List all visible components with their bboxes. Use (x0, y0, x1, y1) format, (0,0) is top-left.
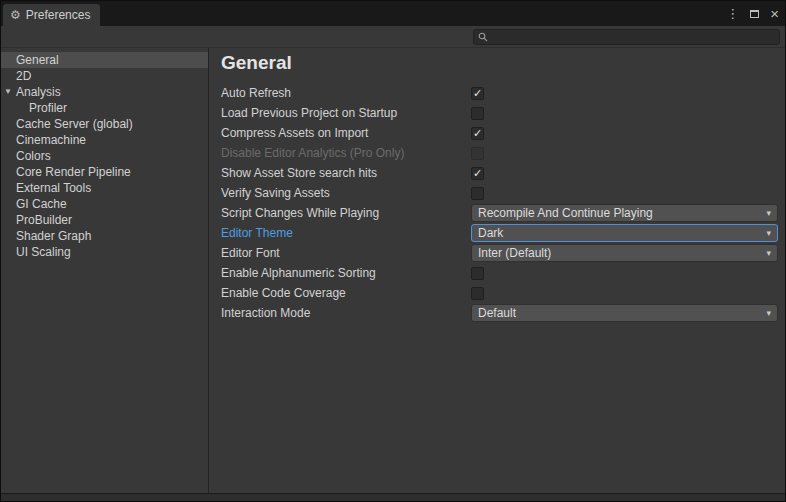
pref-row-verify-saving-assets: Verify Saving Assets (221, 183, 778, 203)
checkmark-icon: ✓ (473, 88, 482, 99)
sidebar-item-cinemachine[interactable]: Cinemachine (1, 132, 208, 148)
sidebar-item-label: ProBuilder (16, 213, 72, 227)
dropdown-arrow-icon: ▾ (766, 248, 771, 258)
search-input[interactable] (491, 31, 775, 43)
checkbox-show-asset-store-search-hits[interactable]: ✓ (471, 167, 484, 180)
sidebar-item-label: Analysis (16, 85, 61, 99)
pref-control: ✓ (471, 167, 778, 180)
pref-control: Inter (Default)▾ (471, 244, 778, 262)
search-field[interactable] (473, 29, 780, 45)
pref-row-auto-refresh: Auto Refresh✓ (221, 83, 778, 103)
sidebar-item-general[interactable]: General (1, 52, 208, 68)
pref-label: Show Asset Store search hits (221, 166, 471, 180)
checkbox-disable-editor-analytics-pro-only (471, 147, 484, 160)
sidebar-item-cache-server-global[interactable]: Cache Server (global) (1, 116, 208, 132)
pref-control: ✓ (471, 127, 778, 140)
pref-row-interaction-mode: Interaction ModeDefault▾ (221, 303, 778, 323)
window-body: General2D▼AnalysisProfilerCache Server (… (1, 48, 785, 493)
dropdown-editor-theme[interactable]: Dark▾ (471, 224, 778, 242)
pref-label: Enable Alphanumeric Sorting (221, 266, 471, 280)
maximize-glyph (750, 10, 759, 18)
pref-row-editor-theme: Editor ThemeDark▾ (221, 223, 778, 243)
checkbox-enable-code-coverage[interactable] (471, 287, 484, 300)
pref-label: Load Previous Project on Startup (221, 106, 471, 120)
pref-row-enable-code-coverage: Enable Code Coverage (221, 283, 778, 303)
sidebar-item-label: Cinemachine (16, 133, 86, 147)
pref-label: Auto Refresh (221, 86, 471, 100)
sidebar-item-label: Shader Graph (16, 229, 91, 243)
sidebar: General2D▼AnalysisProfilerCache Server (… (1, 48, 209, 493)
search-icon (478, 32, 488, 42)
dropdown-arrow-icon: ▾ (766, 308, 771, 318)
kebab-menu-icon[interactable]: ⋮ (726, 7, 739, 20)
dropdown-script-changes-while-playing[interactable]: Recompile And Continue Playing▾ (471, 204, 778, 222)
sidebar-item-label: Profiler (29, 101, 67, 115)
pref-row-enable-alphanumeric-sorting: Enable Alphanumeric Sorting (221, 263, 778, 283)
sidebar-item-label: GI Cache (16, 197, 67, 211)
dropdown-interaction-mode[interactable]: Default▾ (471, 304, 778, 322)
sidebar-item-label: Colors (16, 149, 51, 163)
pref-row-compress-assets-on-import: Compress Assets on Import✓ (221, 123, 778, 143)
pref-control: Default▾ (471, 304, 778, 322)
foldout-arrow-icon[interactable]: ▼ (4, 84, 12, 100)
sidebar-item-gi-cache[interactable]: GI Cache (1, 196, 208, 212)
pref-row-disable-editor-analytics-pro-only: Disable Editor Analytics (Pro Only) (221, 143, 778, 163)
checkbox-load-previous-project-on-startup[interactable] (471, 107, 484, 120)
pref-control (471, 287, 778, 300)
sidebar-item-2d[interactable]: 2D (1, 68, 208, 84)
titlebar: ⚙ Preferences ⋮ × (1, 1, 785, 26)
sidebar-item-ui-scaling[interactable]: UI Scaling (1, 244, 208, 260)
sidebar-item-core-render-pipeline[interactable]: Core Render Pipeline (1, 164, 208, 180)
dropdown-editor-font[interactable]: Inter (Default)▾ (471, 244, 778, 262)
close-icon[interactable]: × (770, 7, 779, 20)
sidebar-item-external-tools[interactable]: External Tools (1, 180, 208, 196)
pref-label: Editor Font (221, 246, 471, 260)
checkbox-compress-assets-on-import[interactable]: ✓ (471, 127, 484, 140)
page-title: General (221, 52, 778, 74)
pref-label: Compress Assets on Import (221, 126, 471, 140)
sidebar-item-label: Core Render Pipeline (16, 165, 131, 179)
pref-row-editor-font: Editor FontInter (Default)▾ (221, 243, 778, 263)
pref-control: Recompile And Continue Playing▾ (471, 204, 778, 222)
sidebar-item-colors[interactable]: Colors (1, 148, 208, 164)
dropdown-value: Default (478, 306, 516, 320)
checkbox-enable-alphanumeric-sorting[interactable] (471, 267, 484, 280)
preferences-window: ⚙ Preferences ⋮ × General2D▼AnalysisProf… (0, 0, 786, 502)
dropdown-value: Inter (Default) (478, 246, 551, 260)
preferences-tab[interactable]: ⚙ Preferences (3, 4, 100, 26)
maximize-icon[interactable] (750, 7, 759, 20)
pref-label: Enable Code Coverage (221, 286, 471, 300)
dropdown-value: Dark (478, 226, 503, 240)
sidebar-item-label: 2D (16, 69, 31, 83)
toolbar (1, 26, 785, 48)
checkbox-auto-refresh[interactable]: ✓ (471, 87, 484, 100)
pref-label: Editor Theme (221, 226, 471, 240)
pref-control: ✓ (471, 87, 778, 100)
dropdown-value: Recompile And Continue Playing (478, 206, 653, 220)
pref-label: Interaction Mode (221, 306, 471, 320)
pref-control (471, 107, 778, 120)
sidebar-item-label: External Tools (16, 181, 91, 195)
sidebar-item-probuilder[interactable]: ProBuilder (1, 212, 208, 228)
checkmark-icon: ✓ (473, 168, 482, 179)
checkbox-verify-saving-assets[interactable] (471, 187, 484, 200)
pref-row-show-asset-store-search-hits: Show Asset Store search hits✓ (221, 163, 778, 183)
pref-label: Disable Editor Analytics (Pro Only) (221, 146, 471, 160)
sidebar-item-label: General (16, 53, 59, 67)
sidebar-item-profiler[interactable]: Profiler (1, 100, 208, 116)
pref-label: Script Changes While Playing (221, 206, 471, 220)
sidebar-item-shader-graph[interactable]: Shader Graph (1, 228, 208, 244)
window-bottom-edge (1, 493, 785, 501)
pref-control (471, 187, 778, 200)
settings-rows: Auto Refresh✓Load Previous Project on St… (221, 83, 778, 323)
dropdown-arrow-icon: ▾ (766, 228, 771, 238)
sidebar-item-analysis[interactable]: ▼Analysis (1, 84, 208, 100)
sidebar-item-label: Cache Server (global) (16, 117, 133, 131)
pref-control (471, 267, 778, 280)
dropdown-arrow-icon: ▾ (766, 208, 771, 218)
gear-icon: ⚙ (10, 8, 21, 22)
checkmark-icon: ✓ (473, 128, 482, 139)
sidebar-item-label: UI Scaling (16, 245, 71, 259)
window-title: Preferences (26, 8, 91, 22)
pref-row-load-previous-project-on-startup: Load Previous Project on Startup (221, 103, 778, 123)
